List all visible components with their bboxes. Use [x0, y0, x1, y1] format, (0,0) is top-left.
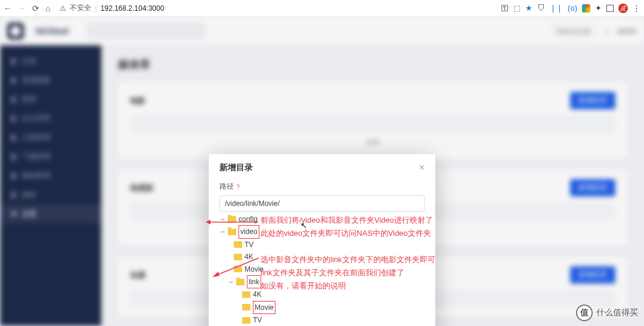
browser-toolbar: ← → ⟳ ⌂ ⚠ 不安全 | 192.168.2.104:3000 ⚿ ⬚ ★…: [0, 0, 644, 17]
insecure-label: 不安全: [70, 3, 91, 13]
back-icon[interactable]: ←: [4, 4, 12, 13]
ext-bars-icon[interactable]: ❘❘: [550, 4, 563, 13]
path-input[interactable]: [219, 195, 425, 212]
profile-avatar[interactable]: 皮: [618, 4, 628, 13]
folder-icon: [234, 254, 242, 260]
tree-node[interactable]: −config: [219, 213, 425, 225]
folder-icon: [234, 241, 242, 248]
bookmark-icon[interactable]: ⬚: [513, 4, 521, 13]
folder-icon: [242, 304, 250, 310]
folder-icon: [228, 229, 236, 235]
folder-icon: [242, 291, 250, 298]
folder-icon: [236, 279, 244, 285]
folder-icon: [242, 317, 250, 324]
tree-node[interactable]: TV: [219, 314, 425, 326]
watermark: 值 什么值得买: [576, 305, 638, 321]
address-bar[interactable]: ⚠ 不安全 | 192.168.2.104:3000: [55, 2, 496, 14]
star-icon[interactable]: ★: [525, 4, 532, 13]
modal-backdrop: 新增目录 × 路径 ? −config −video TV 4K Movie −…: [0, 17, 644, 326]
tree-node[interactable]: 4K: [219, 288, 425, 300]
tree-node-link[interactable]: −link: [219, 275, 425, 288]
insecure-warning-icon: ⚠: [60, 4, 66, 13]
puzzle-icon[interactable]: ✦: [595, 4, 602, 13]
add-directory-modal: 新增目录 × 路径 ? −config −video TV 4K Movie −…: [209, 154, 435, 326]
watermark-icon: 值: [576, 305, 593, 321]
tree-node[interactable]: Movie: [219, 263, 425, 275]
ext-dot-icon[interactable]: (o): [568, 4, 577, 13]
shield-icon[interactable]: ⛉: [537, 4, 545, 13]
forward-icon[interactable]: →: [18, 4, 26, 13]
ext-color-icon[interactable]: [582, 4, 590, 13]
ext-square-icon[interactable]: [606, 5, 614, 12]
tree-node-movie[interactable]: Movie: [219, 301, 425, 314]
tree-node[interactable]: 4K: [219, 251, 425, 263]
help-icon[interactable]: ?: [236, 183, 240, 190]
modal-title: 新增目录: [219, 162, 253, 173]
folder-tree: −config −video TV 4K Movie −link 4K Movi…: [219, 213, 425, 326]
watermark-text: 什么值得买: [596, 307, 638, 318]
extensions-area: ⚿ ⬚ ★ ⛉ ❘❘ (o) ✦ 皮 ⋮: [501, 4, 640, 13]
folder-icon: [228, 216, 236, 223]
key-icon[interactable]: ⚿: [501, 4, 509, 13]
reload-icon[interactable]: ⟳: [32, 4, 39, 13]
close-icon[interactable]: ×: [419, 162, 425, 173]
home-icon[interactable]: ⌂: [45, 4, 50, 13]
url-text: 192.168.2.104:3000: [101, 4, 165, 13]
folder-icon: [234, 266, 242, 272]
kebab-menu-icon[interactable]: ⋮: [633, 4, 640, 13]
tree-node-video[interactable]: −video: [219, 225, 425, 238]
tree-node[interactable]: TV: [219, 239, 425, 251]
path-label: 路径 ?: [219, 182, 425, 192]
